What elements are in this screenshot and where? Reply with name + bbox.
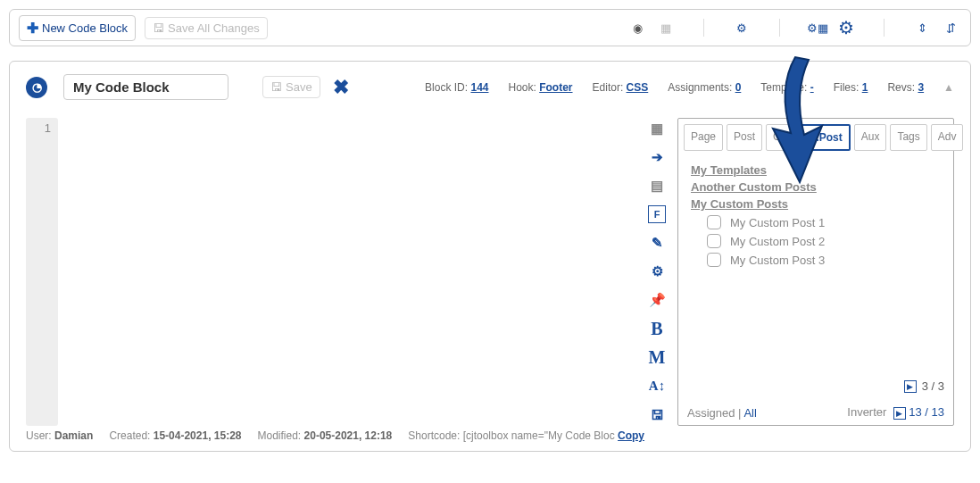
revs-label: Revs: 3 — [887, 81, 924, 94]
gear-stack-icon[interactable]: ⚙ — [731, 17, 752, 38]
assignments-link[interactable]: 0 — [735, 81, 742, 94]
filter-links: Assigned | All — [687, 406, 757, 420]
block-logo-icon: ◔ — [26, 77, 47, 98]
line-gutter: 1 — [26, 118, 58, 426]
hook-link[interactable]: Footer — [539, 81, 572, 94]
checkbox[interactable] — [707, 234, 721, 248]
tab-aux[interactable]: Aux — [854, 124, 887, 151]
close-icon[interactable]: ✖ — [333, 76, 349, 99]
group-my-templates[interactable]: My Templates — [691, 163, 941, 177]
checkbox[interactable] — [707, 215, 721, 229]
hook-label: Hook: Footer — [508, 81, 572, 94]
list-item[interactable]: My Custom Post 2 — [707, 234, 941, 248]
font-size-icon[interactable]: A↕ — [648, 377, 666, 395]
page-counter: 3 / 3 — [922, 379, 944, 393]
layout-icon[interactable]: ▦ — [655, 17, 677, 38]
plus-icon: ✚ — [27, 20, 38, 37]
item-label: My Custom Post 2 — [730, 235, 825, 248]
editor-side-toolbar: ▦ ➔ ▤ F ✎ ⚙ 📌 B M A↕ 🖫 — [644, 118, 670, 426]
list-item[interactable]: My Custom Post 3 — [707, 253, 941, 267]
save-icon: 🖫 — [270, 80, 282, 94]
gear-icon[interactable]: ⚙ — [648, 262, 666, 280]
sort-down-icon[interactable]: ⇵ — [940, 17, 961, 38]
copy-link[interactable]: Copy — [618, 429, 644, 442]
group-my-custom-posts[interactable]: My Custom Posts — [691, 197, 941, 211]
tab-adv[interactable]: Adv — [931, 124, 964, 151]
gear-grid-icon[interactable]: ⚙▦ — [807, 17, 828, 38]
template-link[interactable]: - — [810, 81, 814, 94]
font-box-icon[interactable]: F — [648, 205, 666, 223]
revs-link[interactable]: 3 — [918, 81, 924, 94]
edit-icon[interactable]: ✎ — [648, 234, 666, 252]
new-code-block-button[interactable]: ✚New Code Block — [19, 15, 136, 41]
assigned-link[interactable]: Assigned — [687, 406, 735, 420]
disk-icon[interactable]: 🖫 — [648, 405, 666, 423]
block-id-link[interactable]: 144 — [470, 81, 488, 94]
bold-icon[interactable]: B — [648, 320, 666, 337]
block-name-input[interactable] — [63, 74, 228, 100]
tab-cat[interactable]: Cat — [766, 124, 797, 151]
main-toolbar: ✚New Code Block 🖫 Save All Changes ◉▦ ⚙ … — [9, 9, 971, 46]
code-block-panel: ◔ 🖫 Save ✖ Block ID: 144 Hook: Footer Ed… — [9, 61, 971, 452]
page-next-icon[interactable]: ▶ — [904, 380, 917, 393]
template-label: Template: - — [760, 81, 813, 94]
inverter-counter: 13 / 13 — [909, 405, 944, 419]
block-id-label: Block ID: 144 — [425, 81, 488, 94]
inverter-group: Inverter ▶ 13 / 13 — [847, 405, 944, 420]
pin-icon[interactable]: 📌 — [648, 291, 666, 309]
code-editor[interactable]: 1 — [26, 118, 644, 426]
tab-page[interactable]: Page — [684, 124, 723, 151]
assignment-tabs: PagePostCatC.PostAuxTagsAdv — [678, 119, 953, 151]
editor-label: Editor: CSS — [593, 81, 649, 94]
save-all-button[interactable]: 🖫 Save All Changes — [145, 17, 268, 39]
editor-link[interactable]: CSS — [627, 81, 649, 94]
inverter-label[interactable]: Inverter — [847, 405, 886, 419]
list-item[interactable]: My Custom Post 1 — [707, 215, 941, 229]
tab-post[interactable]: Post — [727, 124, 762, 151]
files-link[interactable]: 1 — [862, 81, 868, 94]
tab-tags[interactable]: Tags — [890, 124, 926, 151]
inverter-play-icon[interactable]: ▶ — [893, 407, 906, 420]
tab-cpost[interactable]: C.Post — [801, 124, 851, 151]
panel-footer: User: Damian Created: 15-04-2021, 15:28 … — [26, 429, 954, 442]
item-label: My Custom Post 3 — [730, 254, 825, 267]
gear-icon[interactable]: ⚙ — [835, 17, 857, 38]
sort-up-icon[interactable]: ⇕ — [911, 17, 933, 38]
save-icon: 🖫 — [153, 21, 164, 35]
pager: ▶ 3 / 3 — [687, 379, 944, 393]
collapse-icon[interactable]: ▲ — [943, 81, 954, 94]
assignments-label: Assignments: 0 — [668, 81, 741, 94]
layout-icon[interactable]: ▤ — [648, 177, 666, 195]
checkbox[interactable] — [707, 253, 721, 267]
globe-icon[interactable]: ◉ — [627, 17, 648, 38]
item-label: My Custom Post 1 — [730, 216, 825, 229]
files-label: Files: 1 — [834, 81, 868, 94]
minify-icon[interactable]: M — [648, 348, 666, 366]
insert-row-icon[interactable]: ▦ — [648, 120, 666, 137]
arrow-right-icon[interactable]: ➔ — [648, 148, 666, 166]
all-link[interactable]: All — [743, 406, 756, 420]
group-another-custom-posts[interactable]: Another Custom Posts — [691, 180, 941, 194]
save-button[interactable]: 🖫 Save — [262, 76, 320, 98]
assignment-panel: PagePostCatC.PostAuxTagsAdv My Templates… — [677, 118, 954, 426]
